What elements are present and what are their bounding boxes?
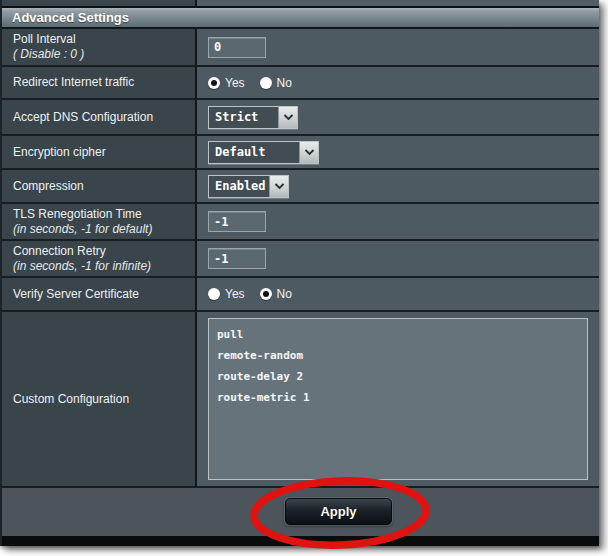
label-text: TLS Renegotiation Time (13, 207, 187, 222)
dns-configuration-label: Accept DNS Configuration (2, 100, 197, 134)
radio-dot (211, 80, 217, 86)
encryption-cipher-select[interactable]: Default (208, 141, 319, 164)
tls-renegotiation-input[interactable] (208, 211, 266, 232)
compression-label: Compression (2, 170, 197, 202)
label-text: Connection Retry (13, 244, 187, 259)
row-encryption-cipher: Encryption cipher Default (2, 136, 599, 170)
select-value: Enabled (209, 176, 269, 197)
redirect-no-label: No (277, 76, 292, 90)
label-hint: (in seconds, -1 for default) (13, 222, 187, 237)
radio-dot (263, 291, 269, 297)
verify-certificate-label: Verify Server Certificate (2, 278, 197, 310)
row-redirect-traffic: Redirect Internet traffic Yes No (2, 67, 599, 100)
label-text: Poll Interval (13, 32, 187, 47)
tls-renegotiation-value-cell (197, 204, 599, 239)
label-hint: ( Disable : 0 ) (13, 47, 187, 62)
label-text: Compression (13, 179, 187, 194)
custom-configuration-label: Custom Configuration (2, 312, 197, 486)
verify-certificate-value-cell: Yes No (197, 278, 599, 310)
previous-row-label-cell (2, 0, 197, 6)
row-verify-certificate: Verify Server Certificate Yes No (2, 278, 599, 312)
dns-configuration-select[interactable]: Strict (208, 106, 298, 129)
redirect-traffic-label: Redirect Internet traffic (2, 67, 197, 98)
poll-interval-value-cell (197, 29, 599, 65)
apply-button[interactable]: Apply (285, 498, 392, 525)
connection-retry-value-cell (197, 241, 599, 276)
previous-row-value-cell (197, 0, 599, 6)
apply-row: Apply (2, 488, 599, 536)
section-header: Advanced Settings (2, 8, 599, 29)
custom-configuration-value-cell: pull remote-random route-delay 2 route-m… (197, 312, 599, 486)
redirect-traffic-value-cell: Yes No (197, 67, 599, 98)
previous-row-sliver (2, 0, 599, 8)
redirect-yes-label: Yes (225, 76, 245, 90)
select-value: Strict (209, 107, 278, 128)
encryption-cipher-value-cell: Default (197, 136, 599, 168)
verify-yes-radio[interactable] (208, 288, 220, 300)
label-hint: (in seconds, -1 for infinite) (13, 259, 187, 274)
encryption-cipher-label: Encryption cipher (2, 136, 197, 168)
select-value: Default (209, 142, 299, 163)
verify-yes-label: Yes (225, 287, 245, 301)
redirect-traffic-radio-group: Yes No (208, 76, 307, 90)
row-dns-configuration: Accept DNS Configuration Strict (2, 100, 599, 136)
poll-interval-label: Poll Interval ( Disable : 0 ) (2, 29, 197, 65)
verify-no-label: No (277, 287, 292, 301)
compression-select[interactable]: Enabled (208, 175, 289, 198)
verify-certificate-radio-group: Yes No (208, 287, 307, 301)
redirect-no-radio[interactable] (260, 77, 272, 89)
row-compression: Compression Enabled (2, 170, 599, 204)
row-poll-interval: Poll Interval ( Disable : 0 ) (2, 29, 599, 67)
row-tls-renegotiation: TLS Renegotiation Time (in seconds, -1 f… (2, 204, 599, 241)
redirect-yes-radio[interactable] (208, 77, 220, 89)
chevron-down-icon (299, 142, 318, 163)
advanced-settings-panel: Advanced Settings Poll Interval ( Disabl… (0, 0, 599, 546)
compression-value-cell: Enabled (197, 170, 599, 202)
row-connection-retry: Connection Retry (in seconds, -1 for inf… (2, 241, 599, 278)
tls-renegotiation-label: TLS Renegotiation Time (in seconds, -1 f… (2, 204, 197, 239)
bottom-dark-bar (2, 536, 599, 546)
chevron-down-icon (278, 107, 297, 128)
label-text: Encryption cipher (13, 145, 187, 160)
row-custom-configuration: Custom Configuration pull remote-random … (2, 312, 599, 488)
custom-configuration-textarea[interactable]: pull remote-random route-delay 2 route-m… (208, 318, 588, 480)
connection-retry-input[interactable] (208, 248, 266, 269)
poll-interval-input[interactable] (208, 37, 266, 58)
connection-retry-label: Connection Retry (in seconds, -1 for inf… (2, 241, 197, 276)
label-text: Verify Server Certificate (13, 287, 187, 302)
label-text: Accept DNS Configuration (13, 110, 187, 125)
chevron-down-icon (269, 176, 288, 197)
dns-configuration-value-cell: Strict (197, 100, 599, 134)
verify-no-radio[interactable] (260, 288, 272, 300)
label-text: Custom Configuration (13, 392, 187, 407)
label-text: Redirect Internet traffic (13, 75, 187, 90)
